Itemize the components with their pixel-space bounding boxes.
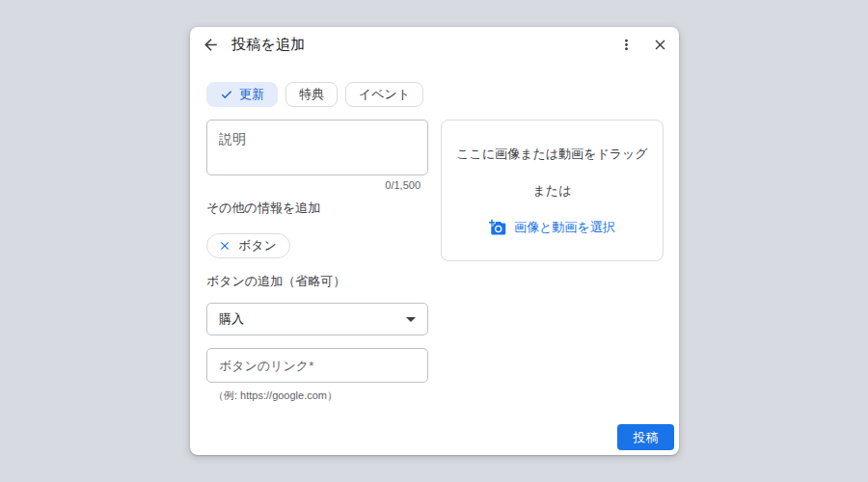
- chip-update[interactable]: 更新: [206, 82, 278, 107]
- description-textarea[interactable]: [206, 120, 428, 175]
- kebab-menu-icon: [618, 37, 635, 53]
- added-button-chip[interactable]: ボタン: [206, 233, 290, 258]
- add-photo-icon: [489, 219, 506, 236]
- close-icon: [652, 37, 668, 53]
- more-info-label: その他の情報を追加: [206, 200, 320, 217]
- back-button[interactable]: [198, 32, 223, 57]
- chip-offer[interactable]: 特典: [285, 82, 338, 107]
- close-button[interactable]: [647, 32, 672, 57]
- media-or-text: または: [533, 182, 572, 200]
- button-type-select[interactable]: 購入: [206, 303, 428, 335]
- check-icon: [220, 88, 233, 101]
- chip-event[interactable]: イベント: [345, 82, 423, 107]
- arrow-left-icon: [202, 36, 220, 54]
- caret-down-icon: [406, 317, 416, 322]
- add-post-dialog: 投稿を追加 更新 特典 イベント: [190, 27, 679, 455]
- select-media-label: 画像と動画を選択: [514, 219, 615, 236]
- dialog-title: 投稿を追加: [231, 37, 305, 52]
- character-counter: 0/1,500: [206, 179, 420, 191]
- select-media-button[interactable]: 画像と動画を選択: [489, 219, 615, 236]
- select-value: 購入: [219, 310, 244, 328]
- more-options-button[interactable]: [613, 32, 638, 57]
- remove-icon[interactable]: [218, 239, 231, 253]
- link-helper-text: （例: https://google.com）: [213, 388, 338, 403]
- chip-label: 更新: [239, 86, 264, 103]
- media-dropzone[interactable]: ここに画像または動画をドラッグ または 画像と動画を選択: [441, 120, 664, 261]
- page-background: { "page": { "background_color": "#d7dae0…: [0, 0, 868, 482]
- media-drag-text: ここに画像または動画をドラッグ: [456, 146, 647, 163]
- chip-label: イベント: [359, 86, 410, 103]
- button-link-input[interactable]: [206, 348, 428, 383]
- post-type-chips: 更新 特典 イベント: [206, 82, 423, 107]
- button-chip-label: ボタン: [238, 237, 277, 254]
- chip-label: 特典: [299, 86, 324, 103]
- button-section-label: ボタンの追加（省略可）: [206, 273, 345, 290]
- submit-post-button[interactable]: 投稿: [617, 424, 674, 450]
